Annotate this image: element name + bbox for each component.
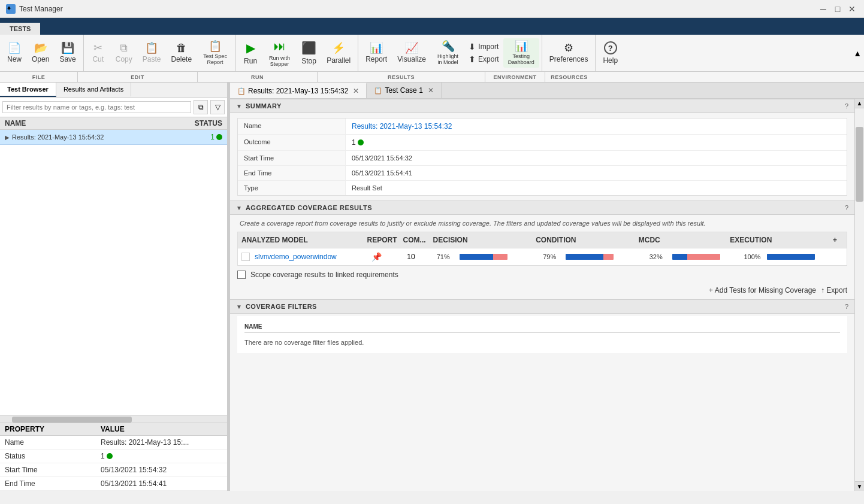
stop-button[interactable]: ⬛ Stop (297, 38, 321, 68)
report-button[interactable]: 📊 Report (361, 40, 392, 66)
outcome-dot (358, 139, 364, 145)
test-case-tab-label: Test Case 1 (385, 86, 422, 95)
export-button[interactable]: ⬆ Export (465, 53, 503, 65)
filters-section-header[interactable]: ▼ COVERAGE FILTERS ? (230, 299, 854, 314)
analyzed-model-col-header: ANALYZED MODEL (238, 235, 364, 245)
prop-status-dot (107, 453, 113, 459)
condition-cell: 79% (539, 252, 646, 262)
filter-button[interactable]: ▽ (210, 100, 225, 114)
right-scrollbar[interactable]: ▲ ▼ (854, 99, 864, 491)
visualize-icon: 📈 (405, 42, 418, 53)
save-button[interactable]: 💾 Save (55, 40, 80, 66)
visualize-button[interactable]: 📈 Visualize (392, 40, 431, 66)
status-column-header: STATUS (174, 119, 222, 127)
toolbar-environment-group: ⚙ Preferences (542, 35, 596, 71)
filters-title: COVERAGE FILTERS (246, 303, 841, 310)
cut-button[interactable]: ✂ Cut (86, 40, 110, 66)
new-button[interactable]: 📄 New (2, 40, 26, 66)
file-section-label: FILE (0, 72, 78, 82)
run-with-stepper-button[interactable]: ⏭ Run withStepper (263, 37, 296, 69)
environment-section-label: ENVIRONMENT (485, 72, 545, 82)
test-case-tab-close[interactable]: ✕ (428, 86, 434, 95)
copy-icon: ⧉ (120, 42, 128, 53)
summary-help-icon[interactable]: ? (845, 102, 848, 110)
results-list-header: NAME STATUS (0, 117, 227, 130)
main-layout: Test Browser Results and Artifacts ⧉ ▽ N… (0, 83, 864, 491)
add-tests-link[interactable]: + Add Tests for Missing Coverage (709, 286, 816, 294)
tests-tab[interactable]: TESTS (0, 22, 40, 35)
scroll-up-button[interactable]: ▲ (855, 99, 864, 108)
report-pin-icon: 📌 (371, 252, 382, 262)
results-tab-close[interactable]: ✕ (353, 87, 359, 95)
list-item[interactable]: ▶ Results: 2021-May-13 15:54:32 1 (0, 130, 227, 145)
filters-help-icon[interactable]: ? (845, 303, 848, 310)
execution-cell: 100% (741, 252, 847, 262)
paste-label: Paste (143, 55, 161, 63)
search-input[interactable] (2, 101, 191, 113)
test-browser-tab[interactable]: Test Browser (0, 83, 56, 97)
delete-button[interactable]: 🗑 Delete (166, 40, 197, 66)
help-button[interactable]: ? Help (598, 39, 623, 67)
run-label: Run (244, 57, 257, 65)
minimize-button[interactable]: ─ (817, 3, 829, 15)
preferences-icon: ⚙ (564, 42, 573, 53)
condition-progress: 79% (543, 253, 642, 260)
run-section-label: RUN (198, 72, 318, 82)
highlight-label: Highlightin Model (437, 53, 458, 65)
summary-key-outcome: Outcome (238, 135, 346, 150)
results-artifacts-tab[interactable]: Results and Artifacts (56, 83, 131, 97)
collapse-toolbar-button[interactable]: ▲ (853, 48, 862, 58)
scope-checkbox[interactable] (237, 271, 246, 279)
coverage-help-icon[interactable]: ? (845, 204, 848, 211)
execution-progress: 100% (744, 253, 844, 260)
prop-status-badge: 1 (101, 452, 113, 460)
import-icon: ⬇ (469, 42, 476, 51)
coverage-section-header[interactable]: ▼ AGGREGATED COVERAGE RESULTS ? (230, 201, 854, 215)
copy-button[interactable]: ⧉ Copy (111, 40, 137, 66)
delete-label: Delete (171, 55, 192, 63)
copy-results-button[interactable]: ⧉ (194, 100, 208, 114)
results-link[interactable]: Results: 2021-May-13 15:54:32 (352, 122, 452, 130)
properties-panel: PROPERTY VALUE Name Results: 2021-May-13… (0, 423, 227, 491)
expand-icon[interactable]: ▶ (5, 134, 10, 141)
maximize-button[interactable]: □ (832, 3, 844, 15)
scroll-thumb-right[interactable] (856, 127, 863, 202)
test-spec-report-button[interactable]: 📋 Test SpecReport (197, 38, 233, 68)
summary-section-header[interactable]: ▼ SUMMARY ? (230, 99, 854, 113)
summary-collapse-icon: ▼ (236, 103, 242, 110)
highlight-in-model-button[interactable]: 🔦 Highlightin Model (431, 38, 464, 68)
mcdc-pct: 32% (649, 253, 669, 260)
open-button[interactable]: 📂 Open (27, 40, 54, 66)
prop-key-name: Name (5, 438, 101, 447)
preferences-button[interactable]: ⚙ Preferences (545, 40, 593, 66)
testing-dashboard-button[interactable]: 📊 TestingDashboard (503, 38, 539, 68)
horizontal-scrollbar[interactable] (0, 415, 227, 423)
content-area: ▼ SUMMARY ? Name Results: 2021-May-13 15… (230, 99, 854, 491)
window-title: Test Manager (19, 5, 817, 13)
paste-button[interactable]: 📋 Paste (138, 40, 166, 66)
com-cell: 10 (403, 251, 433, 262)
results-tab[interactable]: 📋 Results: 2021-May-13 15:54:32 ✕ (230, 83, 367, 98)
property-row-status: Status 1 (0, 450, 227, 463)
highlight-icon: 🔦 (442, 41, 455, 51)
no-filters-text: There are no coverage filter files appli… (244, 336, 840, 348)
import-button[interactable]: ⬇ Import (465, 41, 503, 53)
scroll-down-button[interactable]: ▼ (855, 481, 864, 491)
delete-icon: 🗑 (176, 42, 187, 53)
close-button[interactable]: ✕ (846, 3, 858, 15)
summary-row-end: End Time 05/13/2021 15:54:41 (238, 166, 847, 181)
run-button[interactable]: ▶ Run (238, 38, 262, 68)
parallel-button[interactable]: ⚡ Parallel (322, 39, 355, 67)
property-row-start: Start Time 05/13/2021 15:54:32 (0, 463, 227, 477)
run-stepper-icon: ⏭ (274, 40, 286, 53)
import-label: Import (478, 42, 499, 51)
test-case-tab[interactable]: 📋 Test Case 1 ✕ (367, 83, 441, 98)
toolbar-file-group: 📄 New 📂 Open 💾 Save (0, 35, 84, 71)
export-coverage-link[interactable]: ↑ Export (821, 286, 847, 294)
scope-label: Scope coverage results to linked require… (250, 271, 398, 279)
model-link[interactable]: slvnvdemo_powerwindow (241, 253, 364, 261)
mcdc-filled (672, 254, 688, 260)
dashboard-label: TestingDashboard (508, 53, 534, 65)
scroll-thumb[interactable] (12, 417, 132, 423)
summary-val-name: Results: 2021-May-13 15:54:32 (346, 119, 847, 134)
